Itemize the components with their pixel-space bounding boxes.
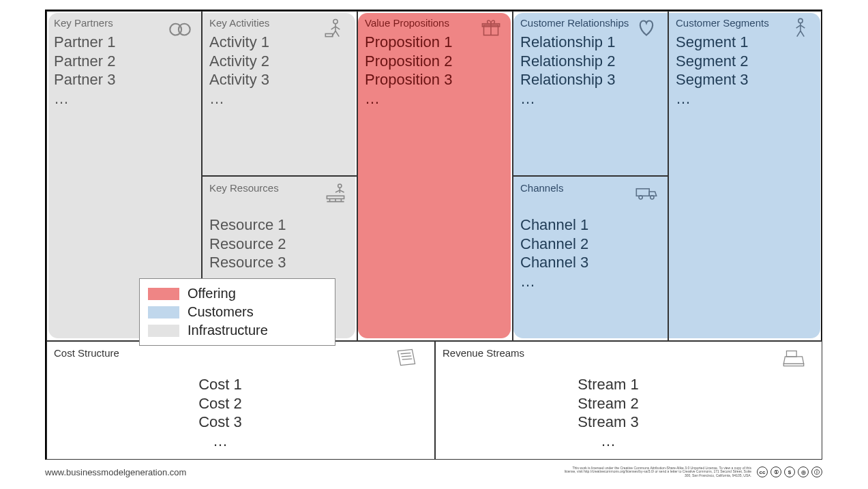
list-item: Cost 3: [13, 413, 428, 432]
footer: www.businessmodelgeneration.com This wor…: [45, 464, 822, 480]
cc-badge: ①: [770, 466, 781, 477]
receipt-icon: [392, 346, 421, 369]
list-item: Partner 3: [54, 70, 194, 89]
list-item: Stream 3: [402, 413, 815, 432]
list-item: …: [54, 89, 194, 108]
footer-url: www.businessmodelgeneration.com: [45, 467, 186, 477]
list-item: …: [402, 432, 815, 451]
list-item: Channel 2: [520, 235, 661, 254]
legend-swatch-offering: [148, 288, 179, 300]
legend-swatch-customers: [148, 306, 179, 318]
legend-swatch-infrastructure: [148, 325, 179, 337]
svg-rect-3: [325, 33, 333, 36]
list-item: Partner 2: [54, 52, 194, 71]
legend: Offering Customers Infrastructure: [139, 278, 335, 346]
resources-list: Resource 1Resource 2Resource 3: [209, 216, 350, 272]
partners-list: Partner 1Partner 2Partner 3…: [54, 33, 194, 108]
block-channels: Channels Channel 1Channel 2Channel 3…: [513, 176, 668, 341]
cc-badge: ⓘ: [811, 466, 822, 477]
business-model-canvas: Key Partners Partner 1Partner 2Partner 3…: [45, 10, 822, 460]
list-item: Proposition 3: [365, 70, 505, 89]
segments-list: Segment 1Segment 2Segment 3…: [676, 33, 815, 108]
cc-badge: ◎: [798, 466, 809, 477]
list-item: Relationship 3: [520, 70, 661, 89]
svg-rect-8: [636, 189, 649, 196]
svg-rect-12: [787, 351, 797, 357]
list-item: Stream 2: [402, 394, 815, 413]
block-title: Cost Structure: [54, 347, 428, 359]
list-item: …: [209, 89, 350, 108]
list-item: Cost 1: [13, 375, 428, 394]
list-item: Cost 2: [13, 394, 428, 413]
list-item: Activity 3: [209, 70, 350, 89]
block-cost-structure: Cost Structure Cost 1Cost 2Cost 3…: [46, 341, 435, 460]
legend-row: Customers: [148, 303, 327, 321]
legend-row: Infrastructure: [148, 321, 327, 340]
cost-list: Cost 1Cost 2Cost 3…: [13, 375, 428, 450]
block-title: Revenue Streams: [443, 347, 815, 359]
svg-point-2: [333, 19, 338, 23]
block-customer-relationships: Customer Relationships Relationship 1Rel…: [513, 11, 668, 176]
list-item: Proposition 2: [365, 52, 505, 71]
svg-point-11: [798, 18, 803, 23]
footer-right: This work is licensed under the Creative…: [560, 466, 822, 478]
block-value-propositions: Value Propositions Proposition 1Proposit…: [357, 11, 513, 341]
person-icon: [786, 16, 815, 39]
cash-register-icon: [779, 346, 808, 369]
list-item: Relationship 2: [520, 52, 661, 71]
list-item: Stream 1: [402, 375, 815, 394]
list-item: Resource 1: [209, 216, 350, 235]
list-item: Channel 1: [520, 216, 661, 235]
list-item: …: [520, 272, 661, 291]
block-key-activities: Key Activities Activity 1Activity 2Activ…: [202, 11, 357, 176]
cc-badge: cc: [757, 466, 768, 477]
legend-label: Offering: [188, 284, 236, 303]
value-list: Proposition 1Proposition 2Proposition 3…: [365, 33, 505, 108]
list-item: Resource 3: [209, 253, 350, 272]
list-item: …: [520, 89, 661, 108]
block-revenue-streams: Revenue Streams Stream 1Stream 2Stream 3…: [435, 341, 822, 460]
svg-rect-5: [327, 196, 344, 198]
pallet-icon: [321, 181, 350, 204]
list-item: Segment 2: [676, 52, 815, 71]
activities-list: Activity 1Activity 2Activity 3…: [209, 33, 350, 108]
list-item: …: [365, 89, 505, 108]
list-item: Activity 2: [209, 52, 350, 71]
legend-label: Customers: [188, 303, 254, 321]
legend-row: Offering: [148, 284, 327, 303]
rings-icon: [166, 16, 194, 39]
truck-icon: [632, 181, 661, 204]
worker-icon: [321, 16, 350, 39]
list-item: …: [676, 89, 815, 108]
list-item: …: [13, 432, 428, 451]
license-text: This work is licensed under the Creative…: [560, 466, 751, 478]
gift-icon: [477, 16, 505, 39]
cc-badge: $: [784, 466, 795, 477]
relationships-list: Relationship 1Relationship 2Relationship…: [520, 33, 661, 108]
cc-badges: cc ① $ ◎ ⓘ: [757, 466, 822, 477]
list-item: Segment 3: [676, 70, 815, 89]
svg-point-4: [338, 184, 342, 188]
svg-point-1: [179, 24, 190, 35]
svg-rect-13: [783, 364, 803, 366]
block-customer-segments: Customer Segments Segment 1Segment 2Segm…: [668, 11, 822, 341]
list-item: Resource 2: [209, 235, 350, 254]
channels-list: Channel 1Channel 2Channel 3…: [520, 216, 661, 291]
revenue-list: Stream 1Stream 2Stream 3…: [402, 375, 815, 450]
legend-label: Infrastructure: [188, 321, 268, 340]
heart-icon: [632, 16, 661, 39]
list-item: Channel 3: [520, 253, 661, 272]
